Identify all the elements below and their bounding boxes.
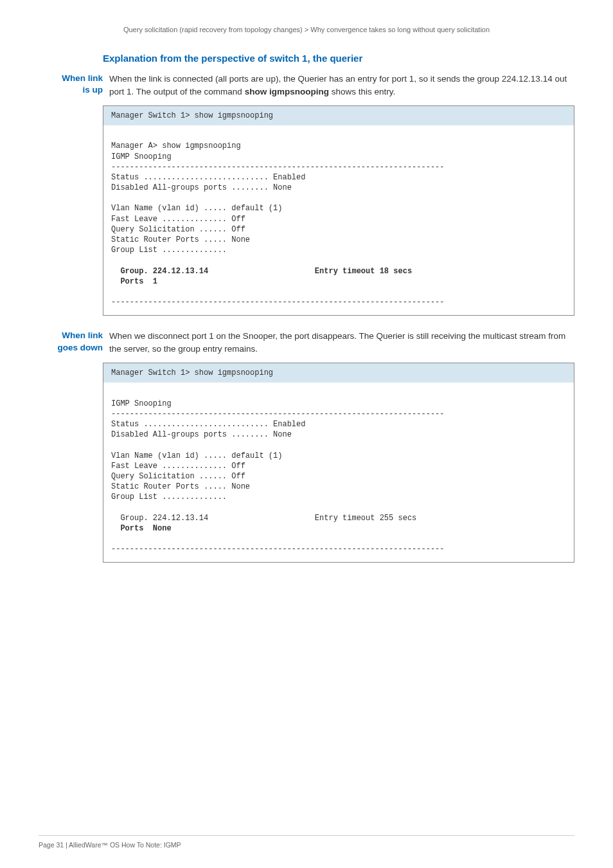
code-header-1: Manager Switch 1> show igmpsnooping [103,106,574,125]
code-body-1: Manager A> show igmpsnooping IGMP Snoopi… [103,125,574,315]
code-body-2: IGMP Snooping --------------------------… [103,383,574,562]
code-block-2: Manager Switch 1> show igmpsnooping IGMP… [103,363,574,563]
section-title: Explanation from the perspective of swit… [103,53,574,64]
side-label-line2: is up [82,85,103,95]
side-label-linkdown: When link goes down [39,330,109,353]
footer-rule [39,835,574,836]
para-linkdown: When we disconnect port 1 on the Snooper… [109,330,574,355]
breadcrumb: Query solicitation (rapid recovery from … [39,26,574,33]
side-label-line1: When link [62,73,103,83]
side-label-linkup: When link is up [39,73,109,96]
side-label2-line2: goes down [58,343,103,352]
page-footer: Page 31 | AlliedWare™ OS How To Note: IG… [39,841,181,849]
side-label2-line1: When link [62,330,103,340]
code-header-2: Manager Switch 1> show igmpsnooping [103,363,574,383]
para-linkup: When the link is connected (all ports ar… [109,73,574,98]
para-linkup-tail: shows this entry. [329,87,395,96]
para-linkup-bold: show igmpsnooping [245,87,329,96]
code-block-1: Manager Switch 1> show igmpsnooping Mana… [103,105,574,316]
